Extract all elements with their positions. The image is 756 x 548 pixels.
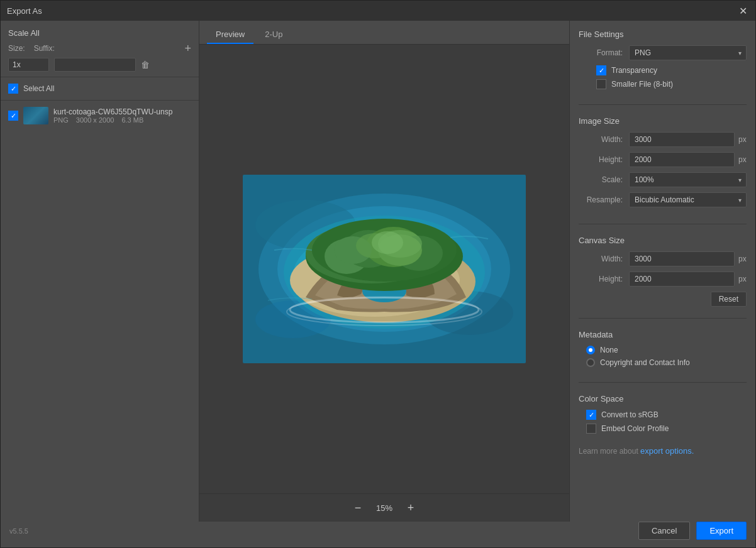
smaller-file-row: Smaller File (8-bit) — [579, 79, 747, 89]
scale-all-section: Scale All Size: Suffix: + 0.5x 1x 1.5x 2… — [1, 21, 199, 77]
image-width-input[interactable] — [629, 132, 735, 147]
image-height-row: Height: px — [579, 152, 747, 167]
preview-image — [243, 175, 526, 363]
image-scale-row: Scale: 50% 75% 100% 150% 200% ▾ — [579, 172, 747, 187]
suffix-input[interactable] — [54, 58, 136, 72]
format-select-wrapper: PNG JPEG GIF SVG WebP ▾ — [629, 45, 747, 60]
file-checkbox[interactable] — [8, 111, 18, 121]
canvas-size-title: Canvas Size — [579, 236, 747, 245]
cancel-button[interactable]: Cancel — [638, 522, 690, 540]
embed-profile-row: Embed Color Profile — [579, 424, 747, 434]
learn-more-section: Learn more about export options. — [579, 446, 747, 456]
metadata-copyright-row: Copyright and Contact Info — [579, 358, 747, 367]
tab-preview[interactable]: Preview — [207, 26, 253, 44]
scale-select[interactable]: 0.5x 1x 1.5x 2x 3x — [8, 58, 49, 72]
transparency-label: Transparency — [611, 66, 657, 75]
version-text: v5.5.5 — [9, 527, 28, 535]
divider-2 — [579, 224, 747, 224]
zoom-level: 15% — [372, 503, 397, 513]
image-height-unit: px — [738, 155, 747, 164]
suffix-label: Suffix: — [34, 44, 55, 53]
image-scale-label: Scale: — [579, 175, 629, 184]
export-options-link[interactable]: export options. — [640, 446, 694, 456]
image-height-label: Height: — [579, 155, 629, 164]
smaller-file-checkbox[interactable] — [596, 79, 606, 89]
zoom-bar: − 15% + — [199, 493, 569, 522]
preview-tabs: Preview 2-Up — [199, 21, 569, 45]
file-settings-section: File Settings Format: PNG JPEG GIF SVG W… — [579, 30, 747, 93]
center-panel: Preview 2-Up — [199, 21, 569, 522]
canvas-size-section: Canvas Size Width: px Height: px Reset — [579, 236, 747, 307]
canvas-height-unit: px — [738, 275, 747, 283]
canvas-height-label: Height: — [579, 275, 629, 283]
transparency-row: Transparency — [579, 65, 747, 75]
color-space-title: Color Space — [579, 394, 747, 403]
resample-label: Resample: — [579, 195, 629, 204]
image-width-unit: px — [738, 135, 747, 144]
metadata-none-row: None — [579, 346, 747, 354]
dialog-title: Export As — [7, 6, 42, 16]
resample-row: Resample: Bicubic Automatic Bicubic Bicu… — [579, 192, 747, 207]
embed-profile-label: Embed Color Profile — [601, 424, 669, 433]
preview-area — [199, 45, 569, 493]
right-panel: File Settings Format: PNG JPEG GIF SVG W… — [569, 21, 755, 522]
image-width-label: Width: — [579, 135, 629, 144]
zoom-in-button[interactable]: + — [403, 500, 418, 515]
select-all-label: Select All — [23, 84, 54, 93]
metadata-copyright-label: Copyright and Contact Info — [600, 358, 690, 367]
canvas-height-input[interactable] — [629, 271, 735, 287]
embed-profile-checkbox[interactable] — [586, 424, 596, 434]
tab-2up[interactable]: 2-Up — [256, 26, 291, 44]
select-all-checkbox[interactable] — [8, 84, 18, 94]
divider-1 — [579, 104, 747, 105]
divider-4 — [579, 382, 747, 383]
image-size-section: Image Size Width: px Height: px Scale: 5… — [579, 116, 747, 212]
zoom-out-button[interactable]: − — [350, 500, 365, 515]
export-button[interactable]: Export — [696, 522, 747, 540]
title-bar: Export As ✕ — [1, 1, 755, 21]
file-list: kurt-cotoaga-CW6J55DqTWU-unsp PNG 3000 x… — [1, 101, 199, 522]
file-name: kurt-cotoaga-CW6J55DqTWU-unsp — [53, 107, 191, 116]
select-all-section[interactable]: Select All — [1, 77, 199, 101]
file-info: kurt-cotoaga-CW6J55DqTWU-unsp PNG 3000 x… — [53, 107, 191, 124]
preview-image-container — [243, 175, 526, 363]
file-dimensions: 3000 x 2000 — [76, 116, 114, 124]
canvas-width-row: Width: px — [579, 251, 747, 266]
metadata-none-label: None — [600, 346, 618, 354]
image-scale-select-wrapper: 50% 75% 100% 150% 200% ▾ — [629, 172, 747, 187]
convert-srgb-checkbox[interactable] — [586, 410, 596, 420]
reset-button[interactable]: Reset — [711, 292, 747, 307]
format-label: Format: — [579, 48, 629, 57]
canvas-width-input[interactable] — [629, 251, 735, 266]
file-size: 6.3 MB — [121, 116, 143, 124]
size-label: Size: — [8, 44, 25, 53]
file-thumbnail — [23, 107, 48, 124]
resample-select-wrapper: Bicubic Automatic Bicubic Bicubic Smooth… — [629, 192, 747, 207]
color-space-section: Color Space Convert to sRGB Embed Color … — [579, 394, 747, 437]
metadata-copyright-radio[interactable] — [586, 358, 595, 367]
canvas-height-row: Height: px — [579, 271, 747, 287]
add-scale-button[interactable]: + — [184, 43, 191, 54]
canvas-width-label: Width: — [579, 255, 629, 263]
file-item[interactable]: kurt-cotoaga-CW6J55DqTWU-unsp PNG 3000 x… — [1, 103, 199, 128]
scale-all-title: Scale All — [8, 28, 191, 38]
metadata-title: Metadata — [579, 330, 747, 339]
image-height-input[interactable] — [629, 152, 735, 167]
smaller-file-label: Smaller File (8-bit) — [611, 80, 673, 89]
metadata-none-radio[interactable] — [586, 346, 595, 354]
image-scale-select[interactable]: 50% 75% 100% 150% 200% — [629, 172, 747, 187]
transparency-checkbox[interactable] — [596, 65, 606, 75]
metadata-section: Metadata None Copyright and Contact Info — [579, 330, 747, 371]
image-width-row: Width: px — [579, 132, 747, 147]
close-button[interactable]: ✕ — [737, 4, 749, 17]
action-buttons: Cancel Export — [638, 522, 747, 540]
left-panel: Scale All Size: Suffix: + 0.5x 1x 1.5x 2… — [1, 21, 199, 522]
format-select[interactable]: PNG JPEG GIF SVG WebP — [629, 45, 747, 60]
export-dialog: Export As ✕ Scale All Size: Suffix: + 0.… — [0, 0, 756, 548]
file-meta: PNG 3000 x 2000 6.3 MB — [53, 116, 191, 124]
svg-point-22 — [372, 231, 403, 254]
divider-3 — [579, 318, 747, 319]
delete-scale-button[interactable]: 🗑 — [141, 60, 150, 70]
resample-select[interactable]: Bicubic Automatic Bicubic Bicubic Smooth… — [629, 192, 747, 207]
convert-srgb-label: Convert to sRGB — [601, 410, 659, 419]
